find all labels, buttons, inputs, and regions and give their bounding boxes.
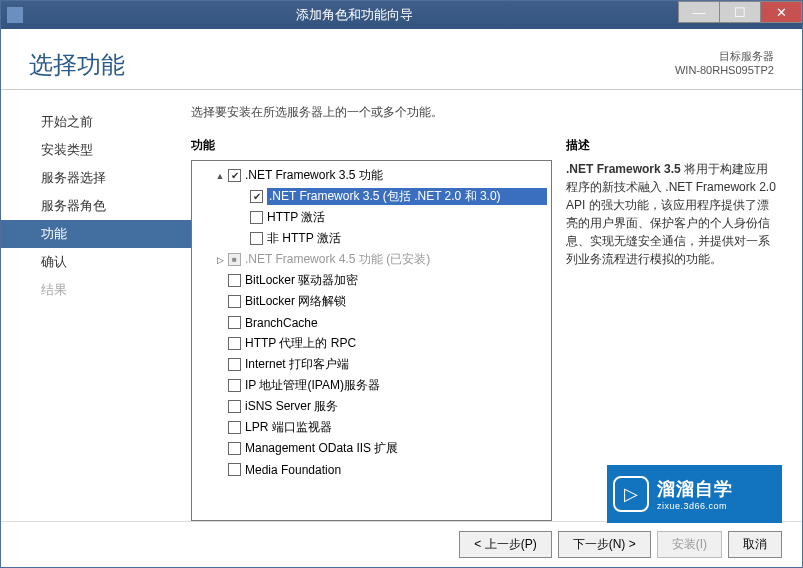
watermark-text: 溜溜自学 zixue.3d66.com — [657, 477, 733, 511]
header: 选择功能 目标服务器 WIN-80RHS095TP2 — [1, 29, 802, 90]
close-button[interactable]: ✕ — [760, 1, 802, 23]
feature-label: .NET Framework 3.5 (包括 .NET 2.0 和 3.0) — [267, 188, 547, 205]
expander-icon[interactable]: ▲ — [214, 170, 226, 182]
sidebar-item-6: 结果 — [1, 276, 191, 304]
columns: 功能 ▲.NET Framework 3.5 功能.NET Framework … — [191, 137, 778, 521]
feature-row[interactable]: ▲.NET Framework 3.5 功能 — [192, 165, 551, 186]
server-label: 目标服务器 — [675, 49, 774, 63]
feature-label: .NET Framework 4.5 功能 (已安装) — [245, 251, 547, 268]
window-title: 添加角色和功能向导 — [29, 6, 679, 24]
feature-label: BranchCache — [245, 316, 547, 330]
feature-row[interactable]: Media Foundation — [192, 459, 551, 480]
expander-icon — [214, 296, 226, 308]
feature-checkbox[interactable] — [250, 232, 263, 245]
body: 开始之前安装类型服务器选择服务器角色功能确认结果 选择要安装在所选服务器上的一个… — [1, 90, 802, 521]
sidebar-item-4[interactable]: 功能 — [1, 220, 191, 248]
sidebar-item-1[interactable]: 安装类型 — [1, 136, 191, 164]
feature-row[interactable]: HTTP 代理上的 RPC — [192, 333, 551, 354]
feature-row[interactable]: .NET Framework 3.5 (包括 .NET 2.0 和 3.0) — [192, 186, 551, 207]
feature-row[interactable]: Internet 打印客户端 — [192, 354, 551, 375]
feature-row[interactable]: IP 地址管理(IPAM)服务器 — [192, 375, 551, 396]
window-controls: — ☐ ✕ — [679, 1, 802, 29]
maximize-button[interactable]: ☐ — [719, 1, 761, 23]
sidebar: 开始之前安装类型服务器选择服务器角色功能确认结果 — [1, 90, 191, 521]
feature-label: 非 HTTP 激活 — [267, 230, 547, 247]
minimize-button[interactable]: — — [678, 1, 720, 23]
features-header: 功能 — [191, 137, 552, 154]
feature-checkbox[interactable] — [228, 400, 241, 413]
feature-row[interactable]: iSNS Server 服务 — [192, 396, 551, 417]
feature-label: HTTP 激活 — [267, 209, 547, 226]
expander-icon — [214, 380, 226, 392]
footer: < 上一步(P) 下一步(N) > 安装(I) 取消 — [1, 521, 802, 567]
feature-label: HTTP 代理上的 RPC — [245, 335, 547, 352]
feature-checkbox[interactable] — [228, 316, 241, 329]
play-icon: ▷ — [613, 476, 649, 512]
description-body: 将用于构建应用程序的新技术融入 .NET Framework 2.0 API 的… — [566, 162, 776, 266]
server-info: 目标服务器 WIN-80RHS095TP2 — [675, 49, 774, 78]
feature-row[interactable]: BranchCache — [192, 312, 551, 333]
feature-label: BitLocker 驱动器加密 — [245, 272, 547, 289]
feature-checkbox[interactable] — [228, 295, 241, 308]
feature-checkbox[interactable] — [228, 379, 241, 392]
feature-label: Management OData IIS 扩展 — [245, 440, 547, 457]
expander-icon[interactable]: ▷ — [214, 254, 226, 266]
description-header: 描述 — [566, 137, 778, 154]
expander-icon — [214, 317, 226, 329]
feature-row[interactable]: BitLocker 驱动器加密 — [192, 270, 551, 291]
next-button[interactable]: 下一步(N) > — [558, 531, 651, 558]
feature-checkbox[interactable] — [228, 274, 241, 287]
cancel-button[interactable]: 取消 — [728, 531, 782, 558]
description-text: .NET Framework 3.5 将用于构建应用程序的新技术融入 .NET … — [566, 160, 778, 268]
watermark-sub: zixue.3d66.com — [657, 501, 733, 511]
features-column: 功能 ▲.NET Framework 3.5 功能.NET Framework … — [191, 137, 552, 521]
description-column: 描述 .NET Framework 3.5 将用于构建应用程序的新技术融入 .N… — [566, 137, 778, 521]
feature-row[interactable]: BitLocker 网络解锁 — [192, 291, 551, 312]
feature-row[interactable]: LPR 端口监视器 — [192, 417, 551, 438]
page-title: 选择功能 — [29, 49, 125, 81]
feature-checkbox[interactable] — [250, 190, 263, 203]
feature-checkbox[interactable] — [228, 169, 241, 182]
sidebar-item-5[interactable]: 确认 — [1, 248, 191, 276]
feature-row[interactable]: 非 HTTP 激活 — [192, 228, 551, 249]
expander-icon — [214, 422, 226, 434]
main: 选择要安装在所选服务器上的一个或多个功能。 功能 ▲.NET Framework… — [191, 90, 802, 521]
expander-icon — [214, 275, 226, 287]
expander-icon — [214, 359, 226, 371]
wizard-window: 添加角色和功能向导 — ☐ ✕ 选择功能 目标服务器 WIN-80RHS095T… — [0, 0, 803, 568]
expander-icon — [214, 338, 226, 350]
feature-label: IP 地址管理(IPAM)服务器 — [245, 377, 547, 394]
prev-button[interactable]: < 上一步(P) — [459, 531, 551, 558]
expander-icon — [236, 191, 248, 203]
feature-checkbox[interactable] — [228, 421, 241, 434]
feature-label: LPR 端口监视器 — [245, 419, 547, 436]
feature-checkbox — [228, 253, 241, 266]
watermark-cn: 溜溜自学 — [657, 477, 733, 501]
feature-row[interactable]: HTTP 激活 — [192, 207, 551, 228]
feature-checkbox[interactable] — [228, 442, 241, 455]
app-icon — [7, 7, 23, 23]
expander-icon — [214, 401, 226, 413]
expander-icon — [236, 233, 248, 245]
feature-label: Internet 打印客户端 — [245, 356, 547, 373]
features-tree[interactable]: ▲.NET Framework 3.5 功能.NET Framework 3.5… — [191, 160, 552, 521]
sidebar-item-0[interactable]: 开始之前 — [1, 108, 191, 136]
feature-checkbox[interactable] — [228, 337, 241, 350]
feature-row[interactable]: Management OData IIS 扩展 — [192, 438, 551, 459]
watermark: ▷ 溜溜自学 zixue.3d66.com — [607, 465, 782, 523]
sidebar-item-2[interactable]: 服务器选择 — [1, 164, 191, 192]
feature-checkbox[interactable] — [250, 211, 263, 224]
expander-icon — [236, 212, 248, 224]
expander-icon — [214, 443, 226, 455]
feature-label: .NET Framework 3.5 功能 — [245, 167, 547, 184]
feature-label: BitLocker 网络解锁 — [245, 293, 547, 310]
sidebar-item-3[interactable]: 服务器角色 — [1, 192, 191, 220]
intro-text: 选择要安装在所选服务器上的一个或多个功能。 — [191, 104, 778, 121]
description-lead: .NET Framework 3.5 — [566, 162, 681, 176]
feature-label: iSNS Server 服务 — [245, 398, 547, 415]
feature-label: Media Foundation — [245, 463, 547, 477]
feature-checkbox[interactable] — [228, 463, 241, 476]
feature-checkbox[interactable] — [228, 358, 241, 371]
titlebar: 添加角色和功能向导 — ☐ ✕ — [1, 1, 802, 29]
feature-row[interactable]: ▷.NET Framework 4.5 功能 (已安装) — [192, 249, 551, 270]
